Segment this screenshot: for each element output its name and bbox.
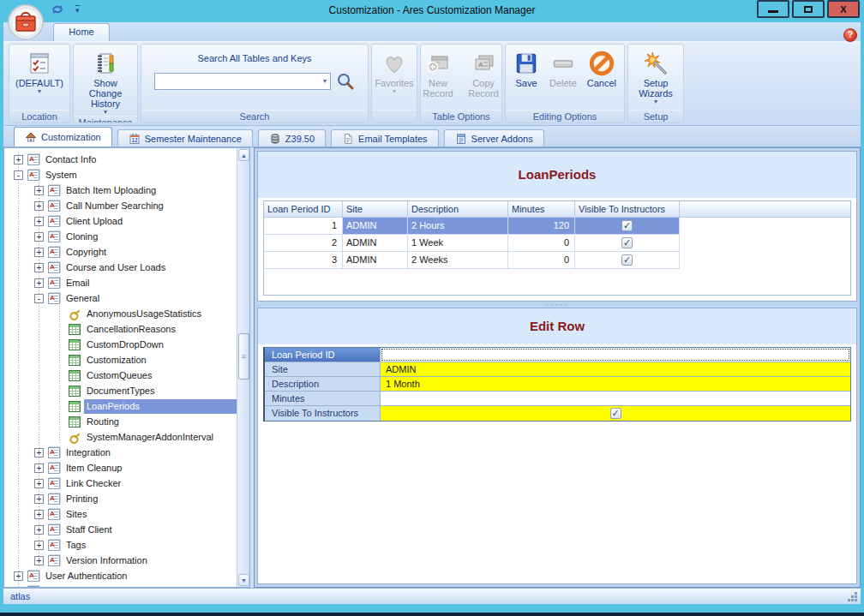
tree-expander-icon[interactable] [34, 494, 44, 504]
ribbon-tab-home[interactable]: Home [53, 23, 110, 41]
tree-item[interactable]: Tags [4, 537, 237, 553]
combo-dropdown-icon[interactable]: ▾ [323, 78, 330, 85]
tree-expander-icon[interactable] [14, 571, 23, 581]
tree-item[interactable]: Customization [4, 352, 237, 368]
tree-item[interactable]: General [4, 290, 237, 306]
cancel-button[interactable]: Cancel [584, 46, 620, 88]
new-record-button[interactable]: New Record [420, 46, 459, 99]
column-header-visible[interactable]: Visible To Instructors [575, 201, 680, 218]
scroll-down-icon[interactable]: ▼ [238, 574, 249, 586]
show-change-history-button[interactable]: Show Change History ▾ [74, 46, 137, 116]
save-label: Save [515, 78, 537, 88]
tab-z3950[interactable]: Z39.50 [258, 129, 326, 147]
copy-record-button[interactable]: A Copy Record [462, 46, 502, 99]
tree-node-icon [48, 231, 60, 242]
favorites-button[interactable]: Favorites ▾ [371, 46, 417, 95]
tree-item[interactable]: CustomDropDown [4, 337, 237, 352]
tree-item[interactable]: Copyright [4, 244, 237, 260]
tab-customization[interactable]: Customization [14, 127, 112, 147]
edit-field-value[interactable] [381, 348, 850, 362]
tree-expander-icon[interactable] [34, 479, 44, 488]
close-button[interactable]: X [827, 0, 860, 18]
column-header-description[interactable]: Description [408, 201, 508, 218]
default-location-button[interactable]: (DEFAULT) ▾ [12, 46, 67, 95]
tree-item[interactable]: Staff Client [4, 522, 237, 537]
table-row[interactable]: 1 ADMIN 2 Hours 120 [264, 218, 850, 235]
tree-item[interactable]: Cloning [4, 229, 237, 244]
tree-item[interactable]: Integration [4, 445, 237, 460]
scrollbar-thumb[interactable]: ≡ [238, 333, 249, 380]
setup-wizards-button[interactable]: Setup Wizards ▾ [633, 46, 679, 105]
table-row[interactable]: 2 ADMIN 1 Week 0 [264, 235, 850, 252]
tree-expander-icon[interactable] [34, 294, 44, 303]
tree-expander-icon[interactable] [34, 186, 44, 195]
tree-expander-icon[interactable] [34, 263, 44, 272]
tree-item[interactable]: SystemManagerAddonInterval [4, 429, 237, 445]
delete-button[interactable]: Delete [546, 46, 580, 88]
search-magnifier-icon[interactable] [336, 72, 355, 91]
visible-checkbox[interactable] [621, 254, 633, 266]
tree-item[interactable]: System [4, 167, 237, 182]
tree-item[interactable]: Routing [4, 414, 237, 429]
tree-expander-icon[interactable] [34, 510, 44, 519]
application-menu-button[interactable] [7, 3, 45, 41]
tree-expander-icon[interactable] [34, 541, 44, 550]
edit-field-value[interactable]: ADMIN [381, 362, 850, 376]
tab-semester-maintenance[interactable]: 12 Semester Maintenance [117, 129, 253, 147]
save-button[interactable]: Save [510, 46, 543, 88]
tree-expander-icon[interactable] [14, 170, 23, 180]
resize-grip[interactable] [848, 591, 858, 601]
visible-checkbox[interactable] [621, 237, 633, 248]
tree-item[interactable]: User Authentication [4, 568, 237, 583]
tree-item[interactable]: CancellationReasons [4, 321, 237, 337]
horizontal-splitter[interactable]: ····· [257, 302, 857, 308]
tree-item[interactable]: Contact Info [4, 152, 237, 167]
tree-item[interactable]: Version Information [4, 553, 237, 568]
tree-expander-icon[interactable] [34, 232, 44, 242]
maximize-button[interactable] [792, 0, 825, 18]
edit-field-value[interactable] [381, 406, 850, 421]
tree-item[interactable]: Sites [4, 506, 237, 522]
edit-field-value[interactable]: 1 Month [381, 377, 850, 391]
search-input[interactable] [155, 75, 323, 88]
tree-item[interactable]: Call Number Searching [4, 198, 237, 213]
tree-expander-icon[interactable] [34, 525, 44, 535]
column-header-site[interactable]: Site [343, 201, 408, 218]
tree-expander-icon[interactable] [14, 155, 23, 164]
tree-item[interactable]: Batch Item Uploading [4, 182, 237, 198]
tree-expander-icon[interactable] [34, 248, 44, 257]
column-header-loan-period-id[interactable]: Loan Period ID [264, 201, 343, 218]
tree-expander-icon[interactable] [34, 463, 44, 473]
tree-expander-icon[interactable] [34, 201, 44, 211]
maximize-icon [804, 6, 813, 13]
edit-row-title: Edit Row [530, 319, 585, 333]
visible-checkbox[interactable] [621, 220, 633, 231]
tree-item[interactable]: Link Checker [4, 475, 237, 491]
minimize-button[interactable] [757, 0, 789, 18]
edit-visible-checkbox[interactable] [610, 408, 621, 419]
tree-item[interactable]: CustomQueues [4, 368, 237, 383]
table-row[interactable]: 3 ADMIN 2 Weeks 0 [264, 252, 850, 269]
tree-item[interactable]: DocumentTypes [4, 383, 237, 398]
tree-item[interactable]: Item Cleanup [4, 460, 237, 475]
tree-item[interactable]: Course and User Loads [4, 260, 237, 275]
tree-expander-icon[interactable] [34, 278, 44, 288]
tree-item[interactable] [4, 583, 237, 587]
tree-expander-icon[interactable] [34, 556, 44, 565]
tree-scrollbar[interactable]: ▲ ≡ ▼ [237, 148, 249, 587]
help-button[interactable]: ? [843, 28, 857, 42]
tree-item[interactable]: LoanPeriods [4, 398, 237, 414]
tree-item[interactable]: Printing [4, 491, 237, 506]
tree-expander-icon[interactable] [34, 217, 44, 226]
column-header-minutes[interactable]: Minutes [508, 201, 575, 218]
scroll-up-icon[interactable]: ▲ [238, 149, 249, 161]
tree-item[interactable]: AnonymousUsageStatistics [4, 306, 237, 321]
cancel-icon [588, 49, 615, 78]
tab-server-addons[interactable]: Server Addons [444, 129, 544, 147]
tree-item[interactable]: Client Upload [4, 213, 237, 229]
tree-item[interactable]: Email [4, 275, 237, 290]
edit-field-value[interactable] [381, 392, 850, 405]
tree-expander-icon[interactable] [34, 448, 44, 458]
tree-expander-icon[interactable] [14, 587, 23, 588]
tab-email-templates[interactable]: Email Templates [331, 129, 439, 147]
